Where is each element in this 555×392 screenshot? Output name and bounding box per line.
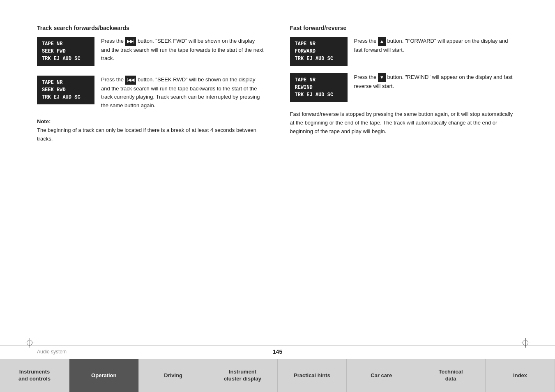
rewind-block: TAPE NRREWINDTRK EJ AUD SC Press the ▼ b… bbox=[290, 73, 518, 104]
nav-tab-3[interactable]: Instrumentcluster display bbox=[208, 359, 278, 392]
nav-tabs: Instrumentsand controlsOperationDrivingI… bbox=[0, 359, 555, 392]
forward-text: Press the ▲ button. "FORWARD" will appea… bbox=[354, 37, 518, 54]
ff-main-text: Fast forward/reverse is stopped by press… bbox=[290, 110, 518, 136]
note-label: Note: bbox=[37, 118, 265, 125]
note-text: The beginning of a track can only be loc… bbox=[37, 126, 265, 143]
seek-rwd-text: Press the |◀◀ button. "SEEK RWD" will be… bbox=[101, 76, 265, 110]
seek-fwd-text: Press the ▶▶| button. "SEEK FWD" will be… bbox=[101, 37, 265, 63]
seek-fwd-display: TAPE NRSEEK FWDTRK EJ AUD SC bbox=[37, 37, 94, 66]
fwd-btn-icon: ▶▶| bbox=[125, 37, 136, 46]
nav-tab-5[interactable]: Car care bbox=[347, 359, 416, 392]
forward-display: TAPE NRFORWARDTRK EJ AUD SC bbox=[290, 37, 348, 66]
left-section-title: Track search forwards/backwards bbox=[37, 25, 265, 31]
forward-block: TAPE NRFORWARDTRK EJ AUD SC Press the ▲ … bbox=[290, 37, 518, 67]
nav-tab-2[interactable]: Driving bbox=[139, 359, 208, 392]
rewind-text: Press the ▼ button. "REWIND" will appear… bbox=[354, 73, 518, 90]
down-btn-icon: ▼ bbox=[378, 73, 386, 82]
main-columns: Track search forwards/backwards TAPE NRS… bbox=[37, 25, 518, 143]
up-btn-icon: ▲ bbox=[378, 37, 386, 46]
crosshair-nav-top-left bbox=[25, 338, 35, 348]
seek-fwd-block: TAPE NRSEEK FWDTRK EJ AUD SC Press the ▶… bbox=[37, 37, 265, 67]
page-content: Track search forwards/backwards TAPE NRS… bbox=[0, 0, 555, 345]
page-number: 145 bbox=[273, 348, 282, 355]
nav-tab-4[interactable]: Practical hints bbox=[278, 359, 347, 392]
rwd-btn-icon: |◀◀ bbox=[125, 76, 136, 85]
crosshair-nav-top-right bbox=[520, 338, 530, 348]
ff-blocks: TAPE NRFORWARDTRK EJ AUD SC Press the ▲ … bbox=[290, 37, 518, 104]
note-section: Note: The beginning of a track can only … bbox=[37, 118, 265, 143]
seek-rwd-block: TAPE NRSEEK RWDTRK EJ AUD SC Press the |… bbox=[37, 76, 265, 110]
nav-tab-1[interactable]: Operation bbox=[69, 359, 139, 392]
nav-tab-6[interactable]: Technicaldata bbox=[416, 359, 486, 392]
bottom-nav: Audio system 145 Instrumentsand controls… bbox=[0, 345, 555, 392]
right-column: Fast forward/reverse TAPE NRFORWARDTRK E… bbox=[290, 25, 518, 143]
right-section-title: Fast forward/reverse bbox=[290, 25, 518, 31]
left-column: Track search forwards/backwards TAPE NRS… bbox=[37, 25, 265, 143]
nav-tab-0[interactable]: Instrumentsand controls bbox=[0, 359, 69, 392]
rewind-display: TAPE NRREWINDTRK EJ AUD SC bbox=[290, 73, 348, 102]
nav-tab-7[interactable]: Index bbox=[486, 359, 555, 392]
page-number-area: 145 bbox=[0, 346, 555, 358]
seek-rwd-display: TAPE NRSEEK RWDTRK EJ AUD SC bbox=[37, 76, 94, 104]
